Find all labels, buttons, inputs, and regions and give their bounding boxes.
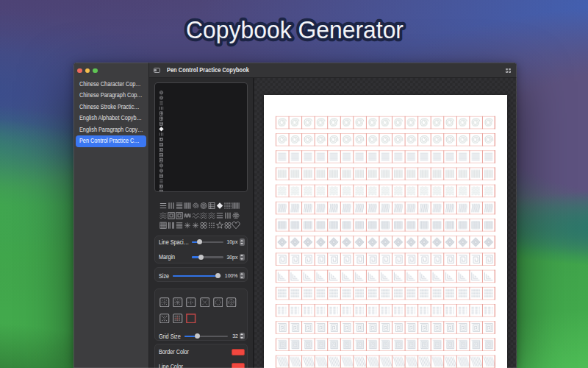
svg-text:Copybook Generator: Copybook Generator — [186, 15, 404, 43]
